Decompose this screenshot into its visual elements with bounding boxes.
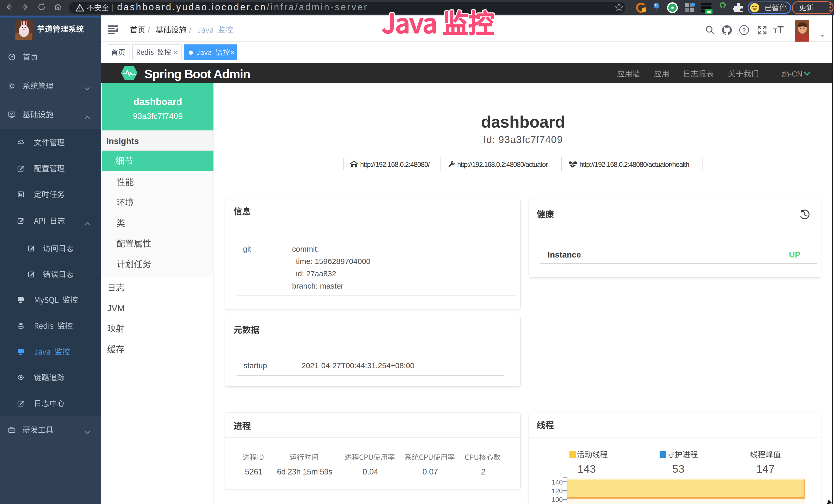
svg-text:on: on [707,10,711,14]
svg-text:1: 1 [643,8,645,12]
svg-text:?: ? [742,27,746,33]
